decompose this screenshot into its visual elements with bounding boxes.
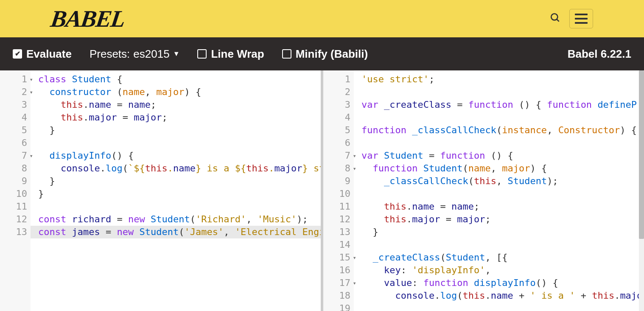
search-icon[interactable] [550, 12, 561, 25]
checkbox-icon: ✔ [13, 49, 22, 59]
line-number: 19 [330, 302, 350, 311]
line-number: 12 [330, 213, 350, 226]
code-line[interactable]: 'use strict'; [361, 73, 644, 86]
line-number: 5 [7, 124, 27, 137]
code-line[interactable]: class Student { [38, 73, 321, 86]
line-number: 6 [330, 137, 350, 149]
line-gutter: 12345678910111213 [0, 70, 31, 311]
evaluate-checkbox[interactable]: ✔ Evaluate [13, 48, 72, 61]
line-number: 14 [330, 238, 350, 251]
code-line[interactable]: this.name = name; [38, 98, 321, 111]
code-line[interactable]: var _createClass = function () { functio… [361, 98, 644, 111]
line-number: 7 [7, 149, 27, 162]
output-editor[interactable]: 12345678910111213141516171819 'use stric… [323, 70, 644, 311]
source-editor[interactable]: 12345678910111213 class Student { constr… [0, 70, 323, 311]
minify-checkbox[interactable]: Minify (Babili) [282, 48, 368, 61]
source-code[interactable]: class Student { constructor (name, major… [31, 70, 321, 311]
line-number: 11 [330, 200, 350, 213]
line-number: 4 [7, 111, 27, 124]
line-number: 1 [7, 73, 27, 86]
code-line[interactable]: _classCallCheck(this, Student); [361, 175, 644, 188]
hamburger-menu-icon[interactable] [569, 9, 593, 28]
line-number: 1 [330, 73, 350, 86]
code-line[interactable]: console.log(this.name + ' is a ' + this.… [361, 289, 644, 302]
line-number: 2 [330, 86, 350, 98]
linewrap-checkbox[interactable]: Line Wrap [197, 48, 264, 61]
line-number: 9 [7, 175, 27, 188]
code-line[interactable]: } [38, 175, 321, 188]
line-number: 8 [330, 162, 350, 175]
scrollbar[interactable] [639, 70, 644, 311]
code-line[interactable]: } [38, 124, 321, 137]
presets-dropdown[interactable]: Presets: es2015 ▼ [90, 48, 180, 61]
code-line[interactable]: var Student = function () { [361, 149, 644, 162]
line-gutter: 12345678910111213141516171819 [323, 70, 354, 311]
evaluate-label: Evaluate [26, 48, 72, 61]
editor-split: 12345678910111213 class Student { constr… [0, 70, 644, 311]
code-line[interactable]: console.log(`${this.name} is a ${this.ma… [38, 162, 321, 175]
checkbox-icon [282, 49, 291, 59]
babel-version-label: Babel 6.22.1 [568, 48, 631, 61]
presets-value: es2015 [133, 48, 169, 61]
line-number: 7 [330, 149, 350, 162]
line-number: 2 [7, 86, 27, 98]
svg-point-0 [551, 14, 557, 20]
line-number: 9 [330, 175, 350, 188]
code-line[interactable]: constructor (name, major) { [38, 86, 321, 98]
minify-label: Minify (Babili) [296, 48, 368, 61]
code-line[interactable] [361, 86, 644, 98]
code-line[interactable] [361, 188, 644, 200]
site-header: BABEL [0, 0, 644, 37]
line-number: 10 [330, 188, 350, 200]
code-line[interactable] [38, 200, 321, 213]
code-line[interactable]: _createClass(Student, [{ [361, 251, 644, 264]
line-number: 5 [330, 124, 350, 137]
code-line[interactable]: function _classCallCheck(instance, Const… [361, 124, 644, 137]
line-number: 6 [7, 137, 27, 149]
line-number: 18 [330, 289, 350, 302]
code-line[interactable]: this.major = major; [361, 213, 644, 226]
line-number: 8 [7, 162, 27, 175]
output-code: 'use strict';var _createClass = function… [354, 70, 644, 311]
chevron-down-icon: ▼ [173, 50, 180, 58]
code-line[interactable]: } [38, 188, 321, 200]
line-number: 3 [7, 98, 27, 111]
code-line[interactable]: this.name = name; [361, 200, 644, 213]
code-line[interactable] [361, 302, 644, 311]
code-line[interactable]: key: 'displayInfo', [361, 264, 644, 277]
line-number: 15 [330, 251, 350, 264]
code-line[interactable] [361, 111, 644, 124]
line-number: 16 [330, 264, 350, 277]
scrollbar-thumb[interactable] [639, 70, 644, 239]
line-number: 13 [7, 226, 27, 238]
code-line[interactable]: const james = new Student('James', 'Elec… [31, 226, 321, 238]
code-line[interactable]: this.major = major; [38, 111, 321, 124]
linewrap-label: Line Wrap [211, 48, 264, 61]
line-number: 10 [7, 188, 27, 200]
line-number: 13 [330, 226, 350, 238]
code-line[interactable] [361, 137, 644, 149]
line-number: 3 [330, 98, 350, 111]
code-line[interactable] [38, 137, 321, 149]
repl-toolbar: ✔ Evaluate Presets: es2015 ▼ Line Wrap M… [0, 37, 644, 70]
header-actions [550, 9, 593, 28]
code-line[interactable]: } [361, 226, 644, 238]
line-number: 17 [330, 277, 350, 289]
checkbox-icon [197, 49, 207, 59]
svg-line-1 [557, 19, 559, 21]
line-number: 4 [330, 111, 350, 124]
code-line[interactable]: displayInfo() { [38, 149, 321, 162]
code-line[interactable]: value: function displayInfo() { [361, 277, 644, 289]
presets-prefix: Presets: [90, 48, 130, 61]
code-line[interactable]: function Student(name, major) { [361, 162, 644, 175]
code-line[interactable]: const richard = new Student('Richard', '… [38, 213, 321, 226]
logo[interactable]: BABEL [49, 5, 127, 32]
code-line[interactable] [361, 238, 644, 251]
line-number: 11 [7, 200, 27, 213]
line-number: 12 [7, 213, 27, 226]
